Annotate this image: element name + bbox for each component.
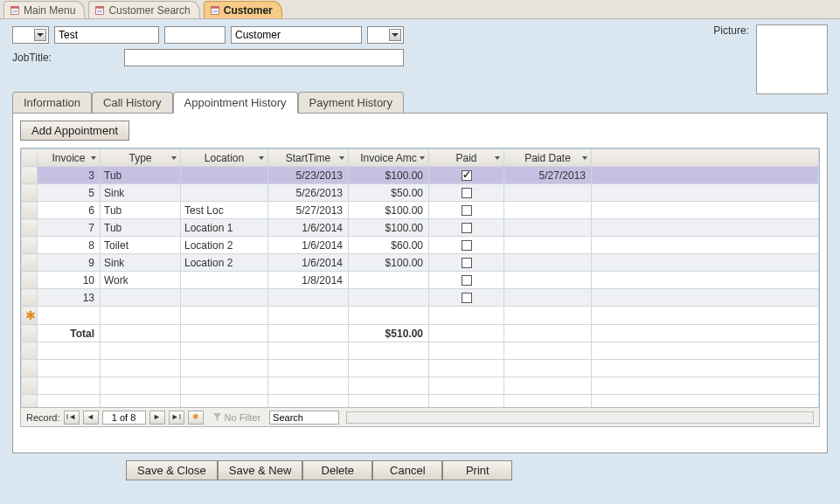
nav-last-button[interactable]: ►I <box>169 411 184 425</box>
appointments-grid[interactable]: InvoiceTypeLocationStartTimeInvoice AmcP… <box>20 148 820 427</box>
customer-form: JobTitle: Picture: InformationCall Histo… <box>0 19 840 504</box>
tab-appointment-history[interactable]: Appointment History <box>173 92 298 114</box>
record-counter[interactable] <box>102 411 146 425</box>
prefix-combo[interactable] <box>12 26 49 44</box>
chevron-down-icon[interactable] <box>257 154 266 162</box>
paid-checkbox[interactable] <box>462 205 472 216</box>
col-header-paid-date[interactable]: Paid Date <box>504 149 592 167</box>
col-header-type[interactable]: Type <box>101 149 181 167</box>
save-new-button[interactable]: Save & New <box>218 460 303 480</box>
doc-tab-customer-search[interactable]: Customer Search <box>88 1 199 18</box>
svg-rect-10 <box>212 10 218 11</box>
jobtitle-label: JobTitle: <box>12 52 117 64</box>
nav-prev-button[interactable]: ◄ <box>83 411 99 425</box>
tab-payment-history[interactable]: Payment History <box>298 92 404 114</box>
table-row[interactable]: 10Work1/8/2014 <box>22 272 819 289</box>
paid-checkbox[interactable] <box>462 293 472 303</box>
doc-tab-customer[interactable]: Customer <box>204 1 282 18</box>
col-header-invoice[interactable]: Invoice <box>38 149 101 167</box>
add-appointment-button[interactable]: Add Appointment <box>20 121 129 141</box>
svg-rect-3 <box>12 11 17 12</box>
horizontal-scrollbar[interactable] <box>346 411 814 424</box>
table-row[interactable]: 9SinkLocation 21/6/2014$100.00 <box>22 254 819 272</box>
paid-checkbox[interactable] <box>462 258 472 268</box>
col-header-paid[interactable]: Paid <box>429 149 504 167</box>
cancel-button[interactable]: Cancel <box>372 460 442 480</box>
record-label: Record: <box>26 412 60 423</box>
first-name-input[interactable] <box>54 26 159 44</box>
row-selector[interactable] <box>22 254 38 272</box>
col-header-invoice-amc[interactable]: Invoice Amc <box>349 149 429 167</box>
chevron-down-icon[interactable] <box>34 29 46 41</box>
chevron-down-icon[interactable] <box>170 154 178 162</box>
nav-next-button[interactable]: ► <box>149 411 165 425</box>
table-row[interactable]: 13 <box>22 289 819 307</box>
paid-checkbox[interactable] <box>462 240 472 251</box>
paid-checkbox[interactable] <box>462 223 472 233</box>
svg-rect-6 <box>97 10 102 11</box>
row-selector[interactable] <box>22 167 38 184</box>
document-tabs: Main Menu Customer Search Customer <box>0 0 840 19</box>
jobtitle-row: JobTitle: <box>12 49 828 66</box>
nav-first-button[interactable]: I◄ <box>64 411 80 425</box>
chevron-down-icon[interactable] <box>418 154 427 162</box>
picture-label: Picture: <box>713 24 749 37</box>
jobtitle-input[interactable] <box>124 49 404 66</box>
filter-icon <box>212 412 222 422</box>
chevron-down-icon[interactable] <box>389 29 401 41</box>
save-close-button[interactable]: Save & Close <box>126 460 218 480</box>
chevron-down-icon[interactable] <box>493 154 502 162</box>
svg-rect-11 <box>212 11 218 12</box>
tab-information[interactable]: Information <box>12 92 92 114</box>
appointment-history-page: Add Appointment InvoiceTypeLocationStart… <box>12 113 828 453</box>
col-header-starttime[interactable]: StartTime <box>268 149 349 167</box>
detail-tabs: InformationCall HistoryAppointment Histo… <box>12 91 828 113</box>
table-row[interactable]: 6TubTest Loc5/27/2013$100.00 <box>22 202 819 219</box>
row-selector[interactable] <box>22 289 38 307</box>
row-selector[interactable] <box>22 272 38 289</box>
new-record-row[interactable]: ✱ <box>22 307 819 325</box>
print-button[interactable]: Print <box>442 460 512 480</box>
detail-tab-control: InformationCall HistoryAppointment Histo… <box>12 91 828 453</box>
total-row: Total$510.00 <box>22 325 819 342</box>
record-navigator: Record: I◄ ◄ ► ►I ✱ No Filter <box>21 407 819 426</box>
picture-frame[interactable] <box>756 24 828 94</box>
row-selector[interactable] <box>22 237 38 254</box>
row-selector[interactable] <box>22 184 38 202</box>
doc-tab-main-menu[interactable]: Main Menu <box>3 1 85 18</box>
search-input[interactable] <box>269 411 339 425</box>
tab-call-history[interactable]: Call History <box>92 92 172 114</box>
middle-name-input[interactable] <box>164 26 226 44</box>
table-row[interactable]: 3Tub5/23/2013$100.005/27/2013 <box>22 167 819 184</box>
svg-rect-1 <box>11 6 19 8</box>
last-name-input[interactable] <box>231 26 362 44</box>
chevron-down-icon[interactable] <box>89 154 98 162</box>
paid-checkbox[interactable] <box>462 188 472 198</box>
action-buttons: Save & Close Save & New Delete Cancel Pr… <box>126 460 828 480</box>
form-icon <box>210 5 220 16</box>
table-row[interactable]: 8ToiletLocation 21/6/2014$60.00 <box>22 237 819 254</box>
no-filter-label: No Filter <box>212 412 261 423</box>
paid-checkbox[interactable] <box>462 275 472 286</box>
picture-box: Picture: <box>713 24 828 94</box>
nav-new-button[interactable]: ✱ <box>188 411 204 425</box>
svg-rect-7 <box>97 11 102 12</box>
chevron-down-icon[interactable] <box>580 154 589 162</box>
paid-checkbox[interactable] <box>462 170 472 181</box>
chevron-down-icon[interactable] <box>337 154 346 162</box>
col-header-location[interactable]: Location <box>181 149 268 167</box>
svg-rect-5 <box>96 6 104 8</box>
form-icon <box>94 5 105 16</box>
svg-rect-2 <box>12 10 17 11</box>
row-selector[interactable] <box>22 219 38 237</box>
row-selector[interactable] <box>22 202 38 219</box>
suffix-combo[interactable] <box>367 26 404 44</box>
table-row[interactable]: 5Sink5/26/2013$50.00 <box>22 184 819 202</box>
svg-rect-9 <box>211 6 219 8</box>
form-icon <box>10 5 20 16</box>
select-all-cell[interactable] <box>22 149 38 167</box>
delete-button[interactable]: Delete <box>302 460 372 480</box>
name-row <box>12 26 828 44</box>
table-row[interactable]: 7TubLocation 11/6/2014$100.00 <box>22 219 819 237</box>
